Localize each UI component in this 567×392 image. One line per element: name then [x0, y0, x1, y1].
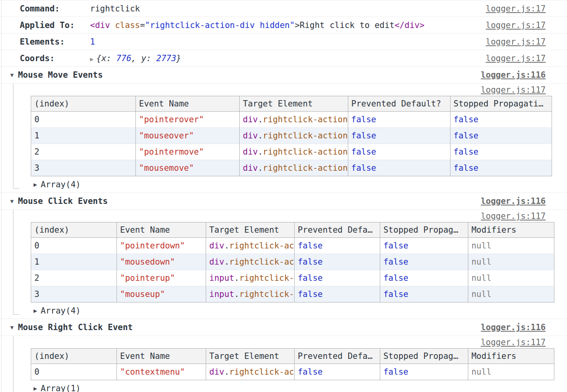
- col-header-prevented[interactable]: Prevented Defa…: [294, 222, 380, 238]
- group-header-mouse-right-click-event[interactable]: ▼ Mouse Right Click Event logger.js:116: [0, 319, 567, 336]
- snippet-equals: =: [140, 21, 145, 30]
- expand-arrow-icon[interactable]: ▶: [34, 385, 37, 392]
- target-tag: div: [209, 367, 224, 377]
- source-link[interactable]: logger.js:117: [481, 85, 546, 95]
- cell-prevented-default: false: [348, 160, 450, 176]
- collapse-triangle-icon[interactable]: ▼: [10, 198, 13, 204]
- col-header-target[interactable]: Target Element: [206, 222, 295, 238]
- cell-event-name: "pointerover": [136, 112, 240, 128]
- col-header-index[interactable]: (index): [31, 222, 117, 238]
- col-header-index[interactable]: (index): [31, 349, 117, 364]
- col-header-target[interactable]: Target Element: [240, 96, 348, 112]
- elements-label: Elements:: [20, 37, 90, 47]
- array-expander[interactable]: ▶ Array(1): [0, 380, 567, 392]
- coords-label: Coords:: [20, 54, 90, 63]
- target-class: rightclick-ac: [229, 257, 294, 267]
- cell-modifiers: null: [468, 286, 554, 302]
- source-link[interactable]: logger.js:116: [481, 70, 546, 80]
- target-class: rightclick-action: [263, 115, 348, 124]
- target-tag: div: [243, 163, 258, 173]
- coords-object-preview[interactable]: ▶{x: 776, y: 2773}: [90, 54, 181, 63]
- cell-prevented-default: false: [294, 254, 380, 270]
- cell-prevented-default: false: [348, 112, 450, 128]
- cell-target-element: input.rightclick-: [206, 270, 295, 286]
- array-label: Array(4): [41, 306, 81, 315]
- html-snippet[interactable]: <div class="rightclick-action-div hidden…: [90, 21, 424, 30]
- table-row: 1 "mouseover" div.rightclick-action fals…: [31, 128, 552, 144]
- collapse-triangle-icon[interactable]: ▼: [10, 72, 13, 78]
- target-class: rightclick-: [239, 273, 294, 283]
- table-row: 3 "mousemove" div.rightclick-action fals…: [31, 160, 552, 176]
- col-header-index[interactable]: (index): [31, 96, 136, 112]
- source-link[interactable]: logger.js:117: [481, 211, 546, 221]
- source-link[interactable]: logger.js:17: [486, 37, 546, 47]
- group-body-mouse-click-events: logger.js:117 (index) Event Name Target …: [0, 210, 567, 319]
- col-header-target[interactable]: Target Element: [206, 349, 295, 364]
- source-link[interactable]: logger.js:116: [481, 196, 546, 206]
- preview-brace-close: }: [176, 54, 181, 63]
- target-dot: .: [224, 367, 229, 377]
- collapse-triangle-icon[interactable]: ▼: [10, 324, 13, 330]
- snippet-attr-value: "rightclick-action-div hidden": [145, 21, 295, 30]
- cell-target-element: div.rightclick-action: [240, 144, 348, 160]
- cell-target-element: div.rightclick-action: [240, 160, 348, 176]
- elements-count: 1: [90, 37, 95, 47]
- col-header-stopped[interactable]: Stopped Propag…: [380, 222, 468, 238]
- expand-arrow-icon[interactable]: ▶: [34, 307, 37, 314]
- cell-prevented-default: false: [294, 286, 380, 302]
- table-row: 1 "mousedown" div.rightclick-ac false fa…: [31, 254, 554, 270]
- col-header-event[interactable]: Event Name: [136, 96, 240, 112]
- group-body-mouse-right-click-event: logger.js:117 (index) Event Name Target …: [0, 336, 567, 392]
- target-tag: input: [209, 273, 234, 283]
- col-header-event[interactable]: Event Name: [117, 349, 206, 364]
- target-class: rightclick-: [239, 289, 294, 299]
- expand-arrow-icon[interactable]: ▶: [34, 181, 37, 188]
- source-link[interactable]: logger.js:17: [486, 54, 546, 63]
- cell-index: 2: [31, 144, 136, 160]
- expand-arrow-icon[interactable]: ▶: [90, 56, 94, 63]
- log-row-coords: Coords: ▶{x: 776, y: 2773} logger.js:17: [0, 50, 567, 67]
- array-label: Array(1): [41, 384, 81, 392]
- cell-event-name: "pointermove": [136, 144, 240, 160]
- col-header-modifiers[interactable]: Modifiers: [468, 222, 554, 238]
- source-link[interactable]: logger.js:117: [481, 338, 546, 347]
- group-body-mouse-move-events: logger.js:117 (index) Event Name Target …: [0, 84, 567, 193]
- array-expander[interactable]: ▶ Array(4): [0, 176, 567, 192]
- source-link[interactable]: logger.js:17: [486, 4, 546, 13]
- table-row: 2 "pointerup" input.rightclick- false fa…: [31, 270, 554, 286]
- cell-stopped-propagation: false: [380, 286, 468, 302]
- cell-modifiers: null: [468, 364, 554, 380]
- cell-target-element: div.rightclick-action: [240, 128, 348, 144]
- group-title: Mouse Right Click Event: [18, 323, 133, 332]
- col-header-event[interactable]: Event Name: [117, 222, 206, 238]
- cell-prevented-default: false: [348, 144, 450, 160]
- table-source-row: logger.js:117: [0, 210, 567, 222]
- preview-brace: {x:: [96, 54, 116, 63]
- col-header-modifiers[interactable]: Modifiers: [468, 349, 554, 364]
- array-expander[interactable]: ▶ Array(4): [0, 302, 567, 319]
- col-header-prevented[interactable]: Prevented Defa…: [294, 349, 380, 364]
- snippet-attr-name: class: [110, 21, 140, 30]
- target-class: rightclick-action: [263, 131, 348, 140]
- target-class: rightclick-ac: [229, 241, 294, 250]
- cell-event-name: "pointerdown": [117, 238, 206, 254]
- coord-x-value: 776: [116, 54, 131, 63]
- cell-event-name: "mouseover": [136, 128, 240, 144]
- source-link[interactable]: logger.js:17: [486, 21, 546, 30]
- col-header-stopped[interactable]: Stopped Propagati…: [450, 96, 552, 112]
- cell-index: 2: [31, 270, 117, 286]
- group-header-mouse-move-events[interactable]: ▼ Mouse Move Events logger.js:116: [0, 67, 567, 84]
- table-header-row: (index) Event Name Target Element Preven…: [31, 222, 554, 238]
- source-link[interactable]: logger.js:116: [481, 323, 546, 332]
- preview-sep: , y:: [131, 54, 156, 63]
- target-dot: .: [258, 115, 263, 124]
- cell-stopped-propagation: false: [450, 160, 552, 176]
- cell-event-name: "pointerup": [117, 270, 206, 286]
- cell-target-element: div.rightclick-ac: [206, 364, 295, 380]
- group-header-mouse-click-events[interactable]: ▼ Mouse Click Events logger.js:116: [0, 193, 567, 210]
- log-row-elements: Elements: 1 logger.js:17: [0, 34, 567, 50]
- target-dot: .: [224, 241, 229, 250]
- col-header-stopped[interactable]: Stopped Propag…: [380, 349, 468, 364]
- col-header-prevented[interactable]: Prevented Default?: [348, 96, 450, 112]
- target-tag: div: [243, 147, 258, 157]
